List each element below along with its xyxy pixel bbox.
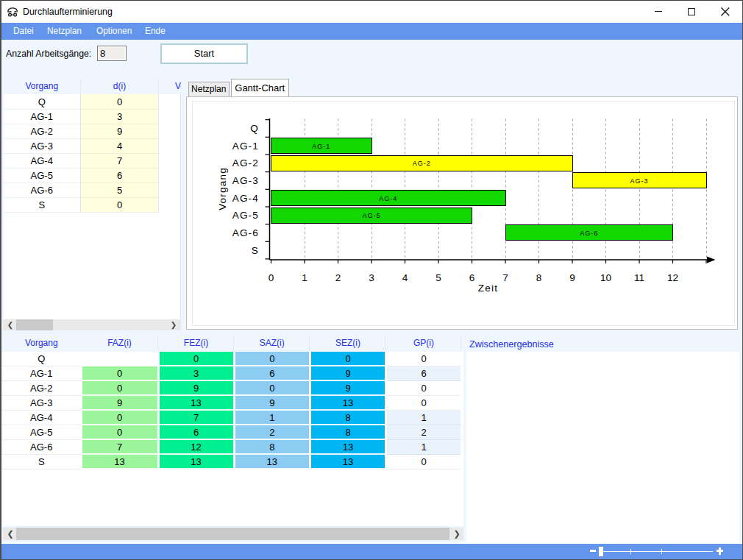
svg-text:AG-2: AG-2 xyxy=(413,160,431,167)
svg-text:AG-6: AG-6 xyxy=(232,227,259,238)
svg-text:AG-3: AG-3 xyxy=(232,175,259,186)
svg-text:Vorgang: Vorgang xyxy=(217,167,228,210)
svg-text:4: 4 xyxy=(402,272,408,283)
svg-text:AG-2: AG-2 xyxy=(232,157,259,169)
svg-text:0: 0 xyxy=(269,272,274,283)
svg-text:AG-5: AG-5 xyxy=(232,210,259,221)
svg-text:6: 6 xyxy=(469,272,475,283)
svg-text:Q: Q xyxy=(250,123,259,134)
svg-text:9: 9 xyxy=(569,272,575,283)
svg-text:AG-5: AG-5 xyxy=(362,212,380,219)
svg-text:7: 7 xyxy=(502,272,508,283)
svg-text:AG-6: AG-6 xyxy=(580,230,598,237)
svg-text:AG-1: AG-1 xyxy=(312,143,330,150)
svg-text:AG-4: AG-4 xyxy=(232,193,259,204)
svg-text:Zeit: Zeit xyxy=(478,283,498,294)
svg-text:3: 3 xyxy=(369,272,374,283)
svg-text:12: 12 xyxy=(667,272,678,283)
svg-text:1: 1 xyxy=(302,272,307,283)
svg-text:2: 2 xyxy=(335,272,341,283)
svg-text:10: 10 xyxy=(600,272,611,283)
svg-text:S: S xyxy=(252,245,259,256)
svg-text:5: 5 xyxy=(436,272,441,283)
svg-text:AG-4: AG-4 xyxy=(379,195,397,202)
svg-text:AG-3: AG-3 xyxy=(630,177,648,185)
svg-text:11: 11 xyxy=(634,272,644,283)
svg-text:AG-1: AG-1 xyxy=(232,141,259,152)
svg-text:8: 8 xyxy=(536,272,542,283)
